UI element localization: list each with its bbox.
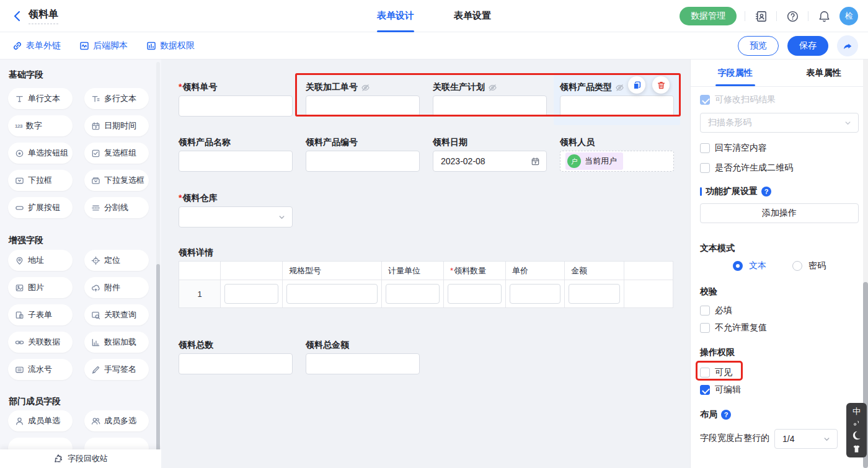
tab-field-properties[interactable]: 字段属性 xyxy=(691,60,779,86)
sidebar-item-address[interactable]: 地址 xyxy=(8,250,73,271)
field-warehouse-select[interactable] xyxy=(179,206,293,227)
item-label: 成员多选 xyxy=(104,415,136,426)
sidebar-item-serial-number[interactable]: 流水号 xyxy=(8,359,73,380)
subtable-cell-input-price[interactable] xyxy=(510,284,560,304)
help-icon xyxy=(786,10,799,23)
field-width-value: 1/4 xyxy=(782,434,794,444)
sidebar-scrollbar-thumb[interactable] xyxy=(156,264,160,468)
item-label: 复选框组 xyxy=(104,148,136,159)
address-icon xyxy=(15,256,24,265)
field-personnel-input[interactable]: 户 当前用户 xyxy=(560,151,674,172)
label-text: 领料产品编号 xyxy=(306,137,358,148)
extension-settings-title: 功能扩展设置 ? xyxy=(700,186,771,197)
scan-type-select[interactable]: 扫描条形码 xyxy=(700,113,859,133)
contacts-button[interactable] xyxy=(753,9,768,24)
field-related-work-order-input[interactable] xyxy=(306,95,420,117)
save-button[interactable]: 保存 xyxy=(787,36,828,56)
share-button[interactable] xyxy=(837,35,858,56)
label-text: 关联加工单号 xyxy=(306,82,358,93)
add-action-button[interactable]: 添加操作 xyxy=(700,203,859,223)
enter-clear-checkbox[interactable] xyxy=(700,143,710,153)
field-related-production-plan-input[interactable] xyxy=(433,95,547,117)
qrcode-checkbox[interactable] xyxy=(700,163,710,173)
no-duplicate-checkbox[interactable] xyxy=(700,323,710,333)
subtable-cell-input-amount[interactable] xyxy=(569,284,620,304)
item-label: 分割线 xyxy=(104,202,128,213)
user-avatar[interactable]: 检 xyxy=(839,7,858,25)
sidebar-item-extension-button[interactable]: 扩展按钮 xyxy=(8,197,73,218)
visible-checkbox[interactable] xyxy=(700,368,710,377)
multi-select-icon xyxy=(91,176,100,185)
data-manage-button[interactable]: 数据管理 xyxy=(680,7,737,25)
help-question-icon[interactable]: ? xyxy=(761,187,771,196)
subtable-cell-input-qty[interactable] xyxy=(448,284,502,304)
radio-text[interactable] xyxy=(733,261,743,271)
item-label: 成员单选 xyxy=(28,415,60,426)
divider xyxy=(808,11,808,21)
moon-icon[interactable] xyxy=(851,430,862,441)
section-bar xyxy=(700,187,702,196)
subtable-cell-input[interactable] xyxy=(224,284,278,304)
label-text: 领料产品类型 xyxy=(560,82,612,93)
sidebar-item-multiline-text[interactable]: 多行文本 xyxy=(84,88,149,109)
field-width-select[interactable]: 1/4 xyxy=(774,429,838,449)
layout-title: 布局 ? xyxy=(700,409,731,420)
sidebar-item-divider[interactable]: 分割线 xyxy=(84,197,149,218)
field-product-name-input[interactable] xyxy=(179,151,293,172)
punctuation-mode-icon[interactable] xyxy=(853,420,860,426)
sidebar-item-attachment[interactable]: 附件 xyxy=(84,277,149,298)
extension-button-icon xyxy=(15,203,24,213)
tab-form-properties[interactable]: 表单属性 xyxy=(779,60,868,86)
sidebar-item-multi-select[interactable]: 下拉复选框 xyxy=(84,170,149,191)
delete-field-button[interactable] xyxy=(652,76,670,94)
section-basic-fields: 基础字段 xyxy=(9,69,43,81)
label-text: 领料总数 xyxy=(179,340,213,351)
sidebar-item-datetime[interactable]: 日期时间 xyxy=(84,115,149,136)
duplicate-field-button[interactable] xyxy=(628,76,645,94)
skin-shirt-icon[interactable] xyxy=(852,444,861,454)
data-load-icon xyxy=(91,338,100,347)
sidebar-item-image[interactable]: 图片 xyxy=(8,277,73,298)
field-total-qty-input[interactable] xyxy=(179,353,293,374)
form-toolbar: 表单外链 后端脚本 数据权限 预览 保存 xyxy=(0,32,868,60)
sidebar-item-related-data[interactable]: 关联数据 xyxy=(8,332,73,353)
tab-form-design[interactable]: 表单设计 xyxy=(377,0,414,32)
subtable-cell-input-spec[interactable] xyxy=(286,284,378,304)
sidebar-item-data-load[interactable]: 数据加载 xyxy=(84,332,149,353)
field-product-code-input[interactable] xyxy=(306,151,420,172)
subtable-cell-input-unit[interactable] xyxy=(386,284,440,304)
backend-script-button[interactable]: 后端脚本 xyxy=(79,40,128,51)
external-link-button[interactable]: 表单外链 xyxy=(12,40,61,51)
sidebar-item-subform[interactable]: 子表单 xyxy=(8,304,73,325)
help-button[interactable] xyxy=(785,9,800,24)
sidebar-item-member-multi[interactable]: 成员多选 xyxy=(84,410,149,431)
radio-password[interactable] xyxy=(792,261,802,271)
sidebar-item-related-query[interactable]: 关联查询 xyxy=(84,304,149,325)
sidebar-item-single-line-text[interactable]: 单行文本 xyxy=(8,88,73,109)
sidebar-item-number[interactable]: 123 数字 xyxy=(8,115,73,136)
divider xyxy=(745,11,745,21)
field-product-type-input[interactable] xyxy=(560,95,674,117)
tab-form-settings[interactable]: 表单设置 xyxy=(454,0,491,32)
field-date-input[interactable]: 2023-02-08 xyxy=(433,151,547,172)
scan-result-checkbox[interactable] xyxy=(700,95,710,105)
recycle-bin-label: 字段回收站 xyxy=(68,453,108,464)
subtable-header-qty: *领料数量 xyxy=(444,262,506,280)
field-recycle-bin-button[interactable]: 字段回收站 xyxy=(0,449,161,468)
data-permission-button[interactable]: 数据权限 xyxy=(146,40,195,51)
editable-checkbox[interactable] xyxy=(700,385,710,395)
preview-button[interactable]: 预览 xyxy=(738,36,779,56)
help-question-icon[interactable]: ? xyxy=(721,410,731,420)
sidebar-item-location[interactable]: 定位 xyxy=(84,250,149,271)
field-total-amount-input[interactable] xyxy=(306,353,420,374)
sidebar-item-checkbox-group[interactable]: 复选框组 xyxy=(84,143,149,164)
sidebar-item-member-single[interactable]: 成员单选 xyxy=(8,410,73,431)
sidebar-item-signature[interactable]: 手写签名 xyxy=(84,359,149,380)
notification-button[interactable] xyxy=(817,9,831,24)
required-checkbox[interactable] xyxy=(700,306,710,316)
field-requisition-no-input[interactable] xyxy=(179,95,293,117)
sidebar-item-select[interactable]: 下拉框 xyxy=(8,170,73,191)
radio-group-icon xyxy=(15,149,24,158)
sidebar-item-radio-group[interactable]: 单选按钮组 xyxy=(8,143,73,164)
ime-language-indicator[interactable]: 中 xyxy=(852,407,861,416)
